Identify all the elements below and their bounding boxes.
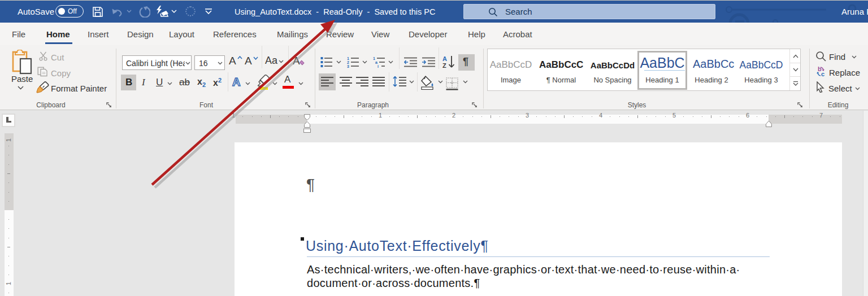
svg-text:1: 1 [347,56,349,60]
svg-text:2: 2 [347,60,349,64]
svg-text:3: 3 [347,64,349,68]
svg-text:1: 1 [373,56,375,60]
svg-text:i: i [377,64,379,68]
svg-text:A: A [442,55,447,62]
svg-text:a: a [375,60,377,64]
svg-text:Z: Z [442,62,446,69]
svg-text:c: c [821,71,824,77]
